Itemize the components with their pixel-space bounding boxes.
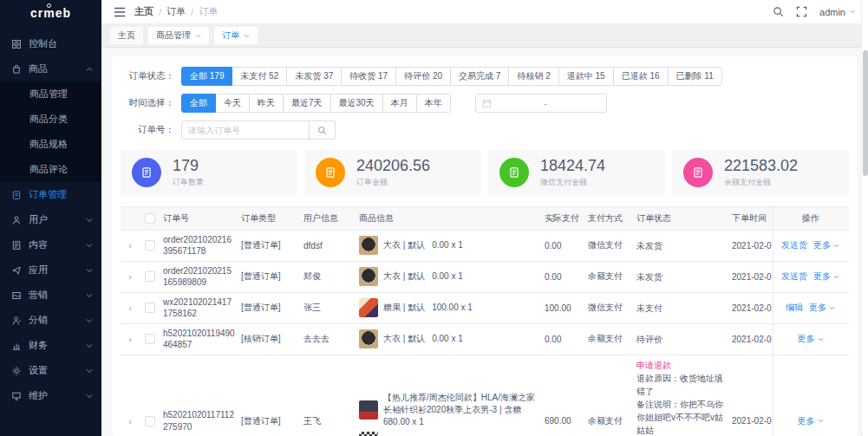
sidebar-item-finance[interactable]: 财务 [0,333,101,358]
more-dropdown[interactable]: 更多 [798,333,824,345]
status-unpaid-button[interactable]: 未支付 52 [232,67,287,86]
status-to-review-button[interactable]: 待评价 20 [395,67,451,86]
expand-row-icon[interactable]: › [121,330,140,348]
date-range-picker[interactable]: - [475,94,607,113]
product-line: 大衣 | 默认0.00 x 1 [359,329,539,348]
maintenance-monitor-icon [11,391,22,401]
order-time: 2021-02-0 [729,413,773,429]
tab-goods-manage[interactable]: 商品管理 [148,27,209,44]
ship-button[interactable]: 发送货 [781,270,807,283]
status-deleted-button[interactable]: 已删除 11 [668,67,722,86]
select-all-checkbox[interactable] [140,210,160,227]
breadcrumb-orders[interactable]: 订单 [166,5,186,18]
order-panel-card: 订单状态： 全部 179 未支付 52 未发货 37 待收货 17 待评价 20… [112,56,858,436]
row-checkbox[interactable] [145,271,155,282]
sidebar-item-content[interactable]: 内容 [0,232,101,257]
refund-apply-label: 申请退款 [636,359,727,372]
sidebar-item-users[interactable]: 用户 [0,207,101,232]
checkbox[interactable] [145,213,155,224]
status-unshipped-button[interactable]: 未发货 37 [286,67,342,86]
product-price-qty: 100.00 x 1 [432,303,473,312]
stat-value: 240206.56 [356,158,430,175]
product-name: 【热儿推荐/周杰伦同款】HLA/海澜之家长袖针织衫2020秋季上衣男-3 | 含… [383,393,535,414]
edit-button[interactable]: 编辑 [786,302,803,314]
more-dropdown[interactable]: 更多 [813,239,839,251]
admin-username: admin [819,7,845,17]
page-scrollbar[interactable] [861,0,868,436]
order-search-button[interactable] [310,120,336,140]
status-refunding-button[interactable]: 退款中 15 [558,67,614,86]
more-dropdown[interactable]: 更多 [809,302,835,314]
ship-button[interactable]: 发送货 [781,239,807,251]
calendar-icon [482,99,492,108]
chevron-down-icon [244,34,250,38]
tab-home[interactable]: 主页 [110,27,143,44]
col-actual-pay: 实际支付 [542,209,585,228]
product-line: 大衣 | 默认0.00 x 1 [359,236,539,255]
main-area: 主页 / 订单 / 订单 admin 主页 商品管理 [101,0,868,436]
sidebar-item-dashboard[interactable]: 控制台 [0,31,101,56]
breadcrumb-home[interactable]: 主页 [134,5,153,18]
chevron-down-icon [833,275,839,279]
sidebar: crmeb 控制台 商品 商品管理 商品分类 商品规格 商品评论 订单管理 [0,0,101,436]
product-price-qty: 0.00 x 1 [432,334,463,343]
chevron-down-icon [86,293,93,298]
balance-pay-icon [683,158,713,187]
collapse-menu-icon[interactable] [114,7,126,17]
status-to-receive-button[interactable]: 待收货 17 [341,67,396,86]
time-30days-button[interactable]: 最近30天 [330,94,383,113]
product-price-qty: 0.00 x 1 [432,271,463,281]
status-refunded-button[interactable]: 已退款 16 [613,67,669,86]
sidebar-subitem-goods-manage[interactable]: 商品管理 [0,81,101,107]
chevron-down-icon [833,244,839,248]
sidebar-subitem-goods-category[interactable]: 商品分类 [0,107,101,132]
row-checkbox[interactable] [145,334,155,344]
order-status: 未发货 [634,267,729,287]
product-price-qty: 680.00 x 1 [383,417,424,426]
stat-label: 订单数量 [173,177,204,188]
sidebar-item-distribution[interactable]: 分销 [0,308,101,333]
product-name: 大衣 | 默认 [383,334,425,343]
time-yesterday-button[interactable]: 昨天 [249,94,284,113]
actual-pay: 0.00 [542,238,585,254]
breadcrumb-current: 订单 [199,5,218,18]
expand-row-icon[interactable]: › [121,237,140,254]
time-year-button[interactable]: 本年 [416,94,451,113]
sidebar-item-apps[interactable]: 应用 [0,257,101,283]
actual-pay: 100.00 [542,300,585,316]
app-logo[interactable]: crmeb [0,0,101,26]
time-all-button[interactable]: 全部 [181,94,216,113]
row-checkbox[interactable] [145,240,155,251]
sidebar-item-orders[interactable]: 订单管理 [0,182,101,207]
status-button-group: 全部 179 未支付 52 未发货 37 待收货 17 待评价 20 交易完成 … [181,67,722,86]
status-completed-button[interactable]: 交易完成 7 [450,67,509,86]
time-7days-button[interactable]: 最近7天 [283,94,331,113]
sidebar-subitem-goods-review[interactable]: 商品评论 [0,157,101,182]
order-time: 2021-02-0 [729,269,773,285]
more-dropdown[interactable]: 更多 [813,270,839,283]
search-icon[interactable] [773,6,784,17]
time-today-button[interactable]: 今天 [215,94,250,113]
product-thumbnail [359,329,378,348]
fullscreen-icon[interactable] [796,6,807,17]
status-all-button[interactable]: 全部 179 [181,67,232,86]
expand-row-icon[interactable]: › [121,413,140,430]
expand-row-icon[interactable]: › [121,268,140,285]
row-checkbox[interactable] [145,416,155,426]
sidebar-item-settings[interactable]: 设置 [0,358,101,383]
tab-orders[interactable]: 订单 [214,27,258,44]
sidebar-item-marketing[interactable]: 营销 [0,283,101,308]
sidebar-subitem-goods-spec[interactable]: 商品规格 [0,132,101,157]
sidebar-item-label: 设置 [29,364,48,377]
more-dropdown[interactable]: 更多 [798,415,824,427]
time-month-button[interactable]: 本月 [382,94,417,113]
status-to-verify-button[interactable]: 待核销 2 [508,67,558,86]
scrollbar-thumb[interactable] [863,50,868,176]
order-number-input[interactable] [181,120,310,140]
chevron-down-icon [818,419,824,423]
sidebar-item-goods[interactable]: 商品 [0,56,101,81]
sidebar-item-maintenance[interactable]: 维护 [0,383,101,408]
row-checkbox[interactable] [145,303,155,313]
expand-row-icon[interactable]: › [121,299,140,316]
admin-user-dropdown[interactable]: admin [819,7,856,17]
